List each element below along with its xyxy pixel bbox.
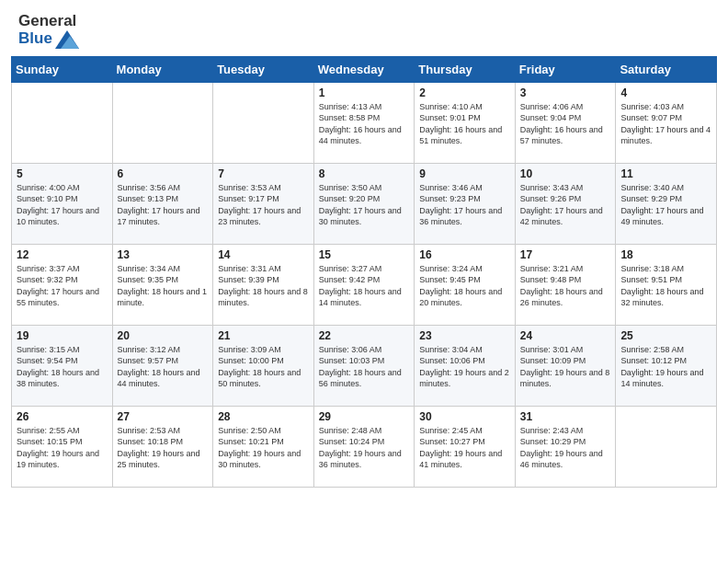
calendar-header: SundayMondayTuesdayWednesdayThursdayFrid… [12, 56, 717, 82]
day-number: 14 [218, 248, 309, 261]
calendar-cell: 14Sunrise: 3:31 AMSunset: 9:39 PMDayligh… [213, 244, 314, 325]
calendar-cell: 21Sunrise: 3:09 AMSunset: 10:00 PMDaylig… [213, 325, 314, 406]
calendar-cell: 30Sunrise: 2:45 AMSunset: 10:27 PMDaylig… [415, 406, 516, 487]
calendar-cell: 23Sunrise: 3:04 AMSunset: 10:06 PMDaylig… [415, 325, 516, 406]
calendar-cell: 9Sunrise: 3:46 AMSunset: 9:23 PMDaylight… [415, 163, 516, 244]
logo: General Blue [18, 13, 79, 49]
calendar-cell: 6Sunrise: 3:56 AMSunset: 9:13 PMDaylight… [112, 163, 213, 244]
day-number: 25 [620, 329, 711, 342]
day-number: 24 [520, 329, 611, 342]
day-number: 28 [218, 410, 309, 423]
day-info: Sunrise: 3:12 AMSunset: 9:57 PMDaylight:… [118, 344, 209, 390]
day-number: 5 [17, 167, 108, 180]
day-number: 22 [319, 329, 410, 342]
day-info: Sunrise: 4:10 AMSunset: 9:01 PMDaylight:… [419, 101, 510, 147]
calendar-cell: 12Sunrise: 3:37 AMSunset: 9:32 PMDayligh… [12, 244, 113, 325]
calendar-cell: 2Sunrise: 4:10 AMSunset: 9:01 PMDaylight… [415, 82, 516, 163]
day-number: 11 [620, 167, 711, 180]
calendar-table: SundayMondayTuesdayWednesdayThursdayFrid… [11, 56, 717, 488]
calendar-cell [213, 82, 314, 163]
day-number: 26 [17, 410, 108, 423]
day-info: Sunrise: 2:45 AMSunset: 10:27 PMDaylight… [419, 425, 510, 471]
day-number: 12 [17, 248, 108, 261]
day-number: 2 [419, 86, 510, 99]
week-row-1: 1Sunrise: 4:13 AMSunset: 8:58 PMDaylight… [12, 82, 717, 163]
day-info: Sunrise: 3:06 AMSunset: 10:03 PMDaylight… [319, 344, 410, 390]
day-info: Sunrise: 4:06 AMSunset: 9:04 PMDaylight:… [520, 101, 611, 147]
header-day-wednesday: Wednesday [313, 56, 415, 82]
day-number: 8 [319, 167, 410, 180]
page-header: General Blue [0, 0, 728, 56]
day-info: Sunrise: 3:09 AMSunset: 10:00 PMDaylight… [218, 344, 309, 390]
day-info: Sunrise: 4:00 AMSunset: 9:10 PMDaylight:… [17, 182, 108, 228]
day-number: 10 [520, 167, 611, 180]
calendar-cell: 13Sunrise: 3:34 AMSunset: 9:35 PMDayligh… [112, 244, 213, 325]
week-row-2: 5Sunrise: 4:00 AMSunset: 9:10 PMDaylight… [12, 163, 717, 244]
calendar-cell: 26Sunrise: 2:55 AMSunset: 10:15 PMDaylig… [12, 406, 113, 487]
calendar-cell: 15Sunrise: 3:27 AMSunset: 9:42 PMDayligh… [313, 244, 415, 325]
day-number: 31 [520, 410, 611, 423]
calendar-cell: 18Sunrise: 3:18 AMSunset: 9:51 PMDayligh… [616, 244, 717, 325]
calendar-cell: 1Sunrise: 4:13 AMSunset: 8:58 PMDaylight… [313, 82, 415, 163]
calendar-cell [112, 82, 213, 163]
day-number: 21 [218, 329, 309, 342]
week-row-4: 19Sunrise: 3:15 AMSunset: 9:54 PMDayligh… [12, 325, 717, 406]
calendar-body: 1Sunrise: 4:13 AMSunset: 8:58 PMDaylight… [12, 82, 717, 487]
day-number: 7 [218, 167, 309, 180]
logo-blue: Blue [18, 30, 52, 48]
day-number: 9 [419, 167, 510, 180]
calendar-cell: 5Sunrise: 4:00 AMSunset: 9:10 PMDaylight… [12, 163, 113, 244]
calendar-cell: 27Sunrise: 2:53 AMSunset: 10:18 PMDaylig… [112, 406, 213, 487]
day-number: 3 [520, 86, 611, 99]
day-number: 15 [319, 248, 410, 261]
day-number: 23 [419, 329, 510, 342]
logo-icon [55, 30, 79, 49]
calendar-cell: 19Sunrise: 3:15 AMSunset: 9:54 PMDayligh… [12, 325, 113, 406]
calendar-cell: 11Sunrise: 3:40 AMSunset: 9:29 PMDayligh… [616, 163, 717, 244]
calendar-cell: 29Sunrise: 2:48 AMSunset: 10:24 PMDaylig… [313, 406, 415, 487]
day-number: 27 [118, 410, 209, 423]
day-info: Sunrise: 2:58 AMSunset: 10:12 PMDaylight… [620, 344, 711, 390]
day-info: Sunrise: 3:40 AMSunset: 9:29 PMDaylight:… [620, 182, 711, 228]
day-number: 6 [118, 167, 209, 180]
day-number: 1 [319, 86, 410, 99]
day-info: Sunrise: 2:48 AMSunset: 10:24 PMDaylight… [319, 425, 410, 471]
week-row-3: 12Sunrise: 3:37 AMSunset: 9:32 PMDayligh… [12, 244, 717, 325]
day-number: 16 [419, 248, 510, 261]
calendar-cell: 31Sunrise: 2:43 AMSunset: 10:29 PMDaylig… [515, 406, 616, 487]
header-day-monday: Monday [112, 56, 213, 82]
day-info: Sunrise: 2:50 AMSunset: 10:21 PMDaylight… [218, 425, 309, 471]
week-row-5: 26Sunrise: 2:55 AMSunset: 10:15 PMDaylig… [12, 406, 717, 487]
calendar-cell: 10Sunrise: 3:43 AMSunset: 9:26 PMDayligh… [515, 163, 616, 244]
day-info: Sunrise: 3:53 AMSunset: 9:17 PMDaylight:… [218, 182, 309, 228]
day-number: 18 [620, 248, 711, 261]
calendar-cell: 17Sunrise: 3:21 AMSunset: 9:48 PMDayligh… [515, 244, 616, 325]
calendar-cell: 7Sunrise: 3:53 AMSunset: 9:17 PMDaylight… [213, 163, 314, 244]
calendar-cell [616, 406, 717, 487]
day-number: 4 [620, 86, 711, 99]
header-day-saturday: Saturday [616, 56, 717, 82]
calendar-wrapper: SundayMondayTuesdayWednesdayThursdayFrid… [0, 56, 728, 497]
day-number: 20 [118, 329, 209, 342]
day-info: Sunrise: 3:34 AMSunset: 9:35 PMDaylight:… [118, 263, 209, 309]
header-row: SundayMondayTuesdayWednesdayThursdayFrid… [12, 56, 717, 82]
calendar-cell: 8Sunrise: 3:50 AMSunset: 9:20 PMDaylight… [313, 163, 415, 244]
day-info: Sunrise: 3:04 AMSunset: 10:06 PMDaylight… [419, 344, 510, 390]
day-info: Sunrise: 3:31 AMSunset: 9:39 PMDaylight:… [218, 263, 309, 309]
day-number: 13 [118, 248, 209, 261]
day-number: 29 [319, 410, 410, 423]
day-info: Sunrise: 4:03 AMSunset: 9:07 PMDaylight:… [620, 101, 711, 147]
day-info: Sunrise: 2:43 AMSunset: 10:29 PMDaylight… [520, 425, 611, 471]
header-day-sunday: Sunday [12, 56, 113, 82]
calendar-cell: 28Sunrise: 2:50 AMSunset: 10:21 PMDaylig… [213, 406, 314, 487]
day-info: Sunrise: 3:24 AMSunset: 9:45 PMDaylight:… [419, 263, 510, 309]
calendar-cell: 22Sunrise: 3:06 AMSunset: 10:03 PMDaylig… [313, 325, 415, 406]
header-day-friday: Friday [515, 56, 616, 82]
calendar-cell: 16Sunrise: 3:24 AMSunset: 9:45 PMDayligh… [415, 244, 516, 325]
day-info: Sunrise: 3:18 AMSunset: 9:51 PMDaylight:… [620, 263, 711, 309]
logo-general: General [18, 13, 76, 30]
calendar-cell: 4Sunrise: 4:03 AMSunset: 9:07 PMDaylight… [616, 82, 717, 163]
day-info: Sunrise: 3:01 AMSunset: 10:09 PMDaylight… [520, 344, 611, 390]
day-info: Sunrise: 3:50 AMSunset: 9:20 PMDaylight:… [319, 182, 410, 228]
day-info: Sunrise: 2:55 AMSunset: 10:15 PMDaylight… [17, 425, 108, 471]
